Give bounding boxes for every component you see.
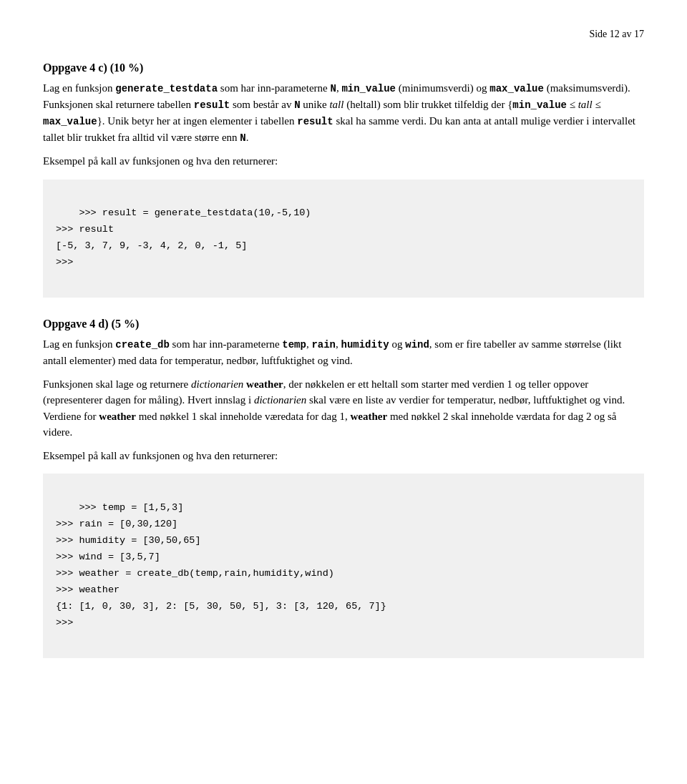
param-min-value: min_value	[341, 83, 396, 94]
param-humidity: humidity	[341, 339, 389, 351]
result-word-2: result	[297, 116, 333, 127]
max-val-formula: max_value	[43, 116, 97, 127]
tall-italic: tall	[329, 99, 344, 110]
section-4c-para1: Lag en funksjon generate_testdata som ha…	[43, 80, 644, 146]
param-N: N	[331, 83, 336, 94]
param-temp: temp	[282, 339, 306, 351]
weather-bold-3: weather	[350, 411, 387, 422]
section-4d-para1: Lag en funksjon create_db som har inn-pa…	[43, 336, 644, 369]
section-4d-para2: Funksjonen skal lage og returnere dictio…	[43, 376, 644, 441]
result-word-1: result	[194, 99, 230, 111]
min-val-formula: min_value	[512, 99, 567, 111]
page-number: Side 12 av 17	[589, 29, 644, 39]
tall-formula: tall	[578, 99, 593, 110]
page-header: Side 12 av 17	[43, 29, 644, 40]
section-4c-example-label: Eksempel på kall av funksjonen og hva de…	[43, 153, 644, 170]
func-generate-testdata: generate_testdata	[115, 83, 218, 94]
func-create-db: create_db	[115, 339, 170, 351]
weather-bold-2: weather	[99, 411, 136, 422]
param-wind: wind	[405, 339, 429, 351]
N-word: N	[294, 99, 300, 111]
section-4c: Oppgave 4 c) (10 %) Lag en funksjon gene…	[43, 62, 644, 298]
weather-bold-1: weather	[246, 378, 283, 390]
section-4c-title: Oppgave 4 c) (10 %)	[43, 62, 644, 74]
dictionarien-italic-1: dictionarien	[191, 378, 243, 390]
N-word-2: N	[240, 132, 245, 144]
section-4d: Oppgave 4 d) (5 %) Lag en funksjon creat…	[43, 318, 644, 657]
param-rain: rain	[311, 339, 336, 351]
section-4c-code-block: >>> result = generate_testdata(10,-5,10)…	[43, 180, 644, 298]
param-max-value: max_value	[489, 83, 544, 94]
section-4d-title: Oppgave 4 d) (5 %)	[43, 318, 644, 330]
dictionarien-italic-2: dictionarien	[254, 394, 306, 406]
section-4d-code-block: >>> temp = [1,5,3] >>> rain = [0,30,120]…	[43, 474, 644, 657]
section-4d-example-label: Eksempel på kall av funksjonen og hva de…	[43, 448, 644, 464]
